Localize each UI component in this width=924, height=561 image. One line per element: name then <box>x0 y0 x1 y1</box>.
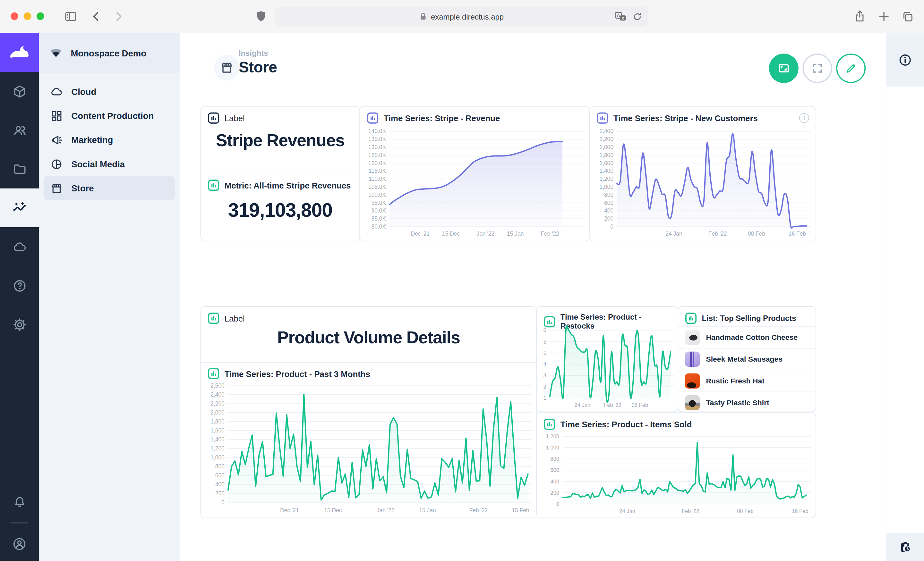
svg-text:15 Dec: 15 Dec <box>324 507 342 513</box>
svg-text:1,000: 1,000 <box>599 184 614 190</box>
list-item[interactable]: Handmade Cotton Cheese <box>678 326 816 348</box>
storefront-icon <box>50 182 63 194</box>
svg-text:1,400: 1,400 <box>210 436 225 443</box>
list-panel-icon <box>685 313 696 324</box>
svg-text:A: A <box>616 13 620 18</box>
sidebar-info-section[interactable] <box>886 33 924 87</box>
page-title: Store <box>239 58 277 76</box>
address-bar[interactable]: example.directus.app A x <box>275 6 648 26</box>
svg-text:6: 6 <box>543 327 546 334</box>
module-help[interactable] <box>0 266 39 305</box>
panel-stripe-revenue[interactable]: Time Series: Stripe - Revenue 140.0K135.… <box>359 106 590 241</box>
product-name: Handmade Cotton Cheese <box>706 334 798 342</box>
module-settings[interactable] <box>0 305 39 344</box>
product-past-3-months-chart: 2,6002,4002,2002,0001,8001,6001,4001,200… <box>203 382 533 515</box>
panel-product-items-sold[interactable]: Time Series: Product - Items Sold 1,2001… <box>536 412 816 518</box>
fullscreen-button[interactable] <box>803 54 832 83</box>
panel-info-icon[interactable]: i <box>799 113 809 123</box>
svg-text:24 Jan: 24 Jan <box>665 230 682 237</box>
svg-text:Jan '22: Jan '22 <box>477 230 495 237</box>
panel-stripe-new-customers[interactable]: Time Series: Stripe - New Customers i 2,… <box>590 106 816 241</box>
sidebar-item-cloud[interactable]: Cloud <box>44 79 175 103</box>
svg-text:1,600: 1,600 <box>210 427 225 434</box>
product-items-sold-chart: 1,2001,000800600400200024 JanFeb '2208 F… <box>539 431 812 516</box>
fit-screen-icon <box>777 61 791 75</box>
new-tab-icon[interactable] <box>878 9 890 23</box>
module-insights[interactable] <box>0 188 39 227</box>
sidebar-item-store[interactable]: Store <box>44 176 175 200</box>
svg-text:600: 600 <box>215 472 225 479</box>
svg-text:24 Jan: 24 Jan <box>574 402 590 408</box>
account-avatar-icon[interactable] <box>0 527 39 561</box>
project-switcher[interactable]: Monospace Demo <box>39 33 180 73</box>
nav-sidebar: Monospace Demo Cloud Content Production <box>39 33 180 561</box>
svg-text:105.0K: 105.0K <box>368 184 386 190</box>
sidebar-item-social-media[interactable]: Social Media <box>44 152 175 176</box>
svg-text:1,800: 1,800 <box>210 418 225 425</box>
breadcrumb[interactable]: Insights <box>239 49 268 58</box>
svg-text:1,600: 1,600 <box>599 160 614 166</box>
list-item[interactable]: Sleek Metal Sausages <box>678 348 816 370</box>
module-cloud[interactable] <box>0 227 39 266</box>
privacy-shield-icon[interactable] <box>256 10 266 23</box>
activity-log-button[interactable] <box>886 533 924 561</box>
panel-header: Label <box>201 106 359 126</box>
module-content[interactable] <box>0 72 39 111</box>
zoom-to-fit-button[interactable] <box>769 54 798 83</box>
svg-text:Dec '21: Dec '21 <box>280 507 299 513</box>
edit-dashboard-button[interactable] <box>836 54 866 83</box>
traffic-zoom-button[interactable] <box>37 12 44 20</box>
panel-title: Time Series: Product - Past 3 Months <box>225 369 370 378</box>
clipboard-clock-icon <box>898 540 912 554</box>
panel-product-volume[interactable]: Label Product Volume Details Time Series… <box>200 306 537 518</box>
svg-text:15 Jan: 15 Jan <box>507 230 524 237</box>
panel-top-selling-products[interactable]: List: Top Selling Products Handmade Cott… <box>678 306 816 412</box>
svg-text:400: 400 <box>550 479 559 485</box>
svg-text:110.0K: 110.0K <box>369 176 386 182</box>
traffic-close-button[interactable] <box>10 12 18 20</box>
panel-header: List: Top Selling Products <box>678 307 816 326</box>
panel-product-restocks[interactable]: Time Series: Product - Restocks 65543212… <box>536 306 678 412</box>
translate-icon[interactable]: A x <box>615 12 627 21</box>
svg-text:x: x <box>622 16 624 21</box>
url-text: example.directus.app <box>431 12 504 21</box>
svg-text:95.0K: 95.0K <box>371 200 386 206</box>
time-series-panel-icon <box>208 368 219 379</box>
panel-label-stripe-revenues[interactable]: Label Stripe Revenues Metric: All-time S… <box>200 106 360 241</box>
forward-button[interactable] <box>112 9 125 23</box>
module-users[interactable] <box>0 111 39 150</box>
back-button[interactable] <box>90 9 102 23</box>
svg-text:400: 400 <box>215 481 225 488</box>
traffic-minimize-button[interactable] <box>23 12 31 20</box>
svg-text:400: 400 <box>604 207 614 214</box>
tab-overview-icon[interactable] <box>901 9 915 23</box>
sidebar-item-marketing[interactable]: Marketing <box>44 128 175 152</box>
sidebar-item-content-production[interactable]: Content Production <box>44 103 175 127</box>
time-series-panel-icon <box>597 112 608 124</box>
notifications-bell-icon[interactable] <box>0 486 39 519</box>
label-text: Stripe Revenues <box>206 131 355 150</box>
product-thumbnail <box>685 373 700 389</box>
reload-icon[interactable] <box>632 12 642 21</box>
svg-text:2: 2 <box>543 384 546 390</box>
svg-text:2,400: 2,400 <box>599 128 614 134</box>
sidebar-item-label: Social Media <box>71 159 125 169</box>
product-restocks-chart: 655432124 JanFeb '2208 Feb <box>539 326 675 410</box>
svg-text:200: 200 <box>550 490 559 496</box>
svg-text:1,000: 1,000 <box>210 454 225 461</box>
list-item[interactable]: Rustic Fresh Hat <box>678 370 816 391</box>
metric-value: 319,103,800 <box>206 199 355 221</box>
nav-items: Cloud Content Production Marketing <box>39 73 180 207</box>
share-icon[interactable] <box>854 9 866 23</box>
module-bar-divider <box>10 522 28 524</box>
module-files[interactable] <box>0 150 39 188</box>
svg-text:Feb '22: Feb '22 <box>604 402 621 408</box>
svg-text:Feb '22: Feb '22 <box>682 508 699 514</box>
svg-text:135.0K: 135.0K <box>368 136 386 142</box>
list-item[interactable]: Tasty Plastic Shirt <box>678 391 816 413</box>
sidebar-toggle-icon[interactable] <box>63 9 78 23</box>
sidebar-body <box>886 87 924 533</box>
label-panel-icon <box>208 313 219 324</box>
panel-header: Time Series: Product - Past 3 Months <box>201 362 536 382</box>
directus-logo[interactable] <box>0 33 39 72</box>
